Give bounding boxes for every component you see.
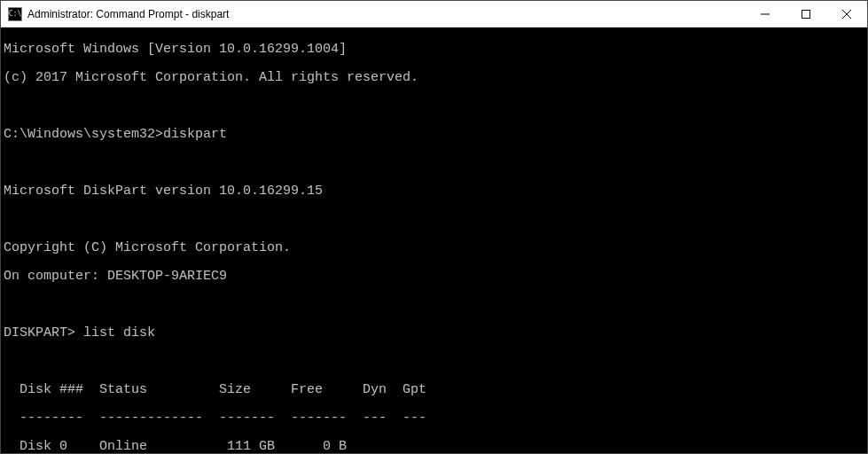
table-header: Disk ### Status Size Free Dyn Gpt xyxy=(4,383,864,397)
minimize-button[interactable] xyxy=(745,1,786,27)
command-text: diskpart xyxy=(163,127,227,142)
titlebar[interactable]: C:\ Administrator: Command Prompt - disk… xyxy=(1,1,867,27)
window-title: Administrator: Command Prompt - diskpart xyxy=(27,8,229,20)
diskpart-prompt: DISKPART> xyxy=(4,325,75,340)
svg-rect-1 xyxy=(802,10,810,18)
close-button[interactable] xyxy=(826,1,867,27)
app-icon: C:\ xyxy=(8,7,22,21)
blank-line xyxy=(4,298,864,312)
banner-line: Microsoft Windows [Version 10.0.16299.10… xyxy=(4,43,864,57)
blank-line xyxy=(4,156,864,170)
command-prompt-window: C:\ Administrator: Command Prompt - disk… xyxy=(0,0,868,454)
prompt-path: C:\Windows\system32> xyxy=(4,127,163,142)
maximize-icon xyxy=(802,10,810,19)
diskpart-copyright: Copyright (C) Microsoft Corporation. xyxy=(4,241,864,255)
blank-line xyxy=(4,355,864,369)
minimize-icon xyxy=(761,10,770,19)
prompt-line: C:\Windows\system32>diskpart xyxy=(4,128,864,142)
diskpart-version: Microsoft DiskPart version 10.0.16299.15 xyxy=(4,184,864,199)
diskpart-computer: On computer: DESKTOP-9ARIEC9 xyxy=(4,270,864,284)
blank-line xyxy=(4,213,864,227)
maximize-button[interactable] xyxy=(786,1,826,27)
close-icon xyxy=(842,10,851,19)
blank-line xyxy=(4,99,864,114)
banner-line: (c) 2017 Microsoft Corporation. All righ… xyxy=(4,71,864,85)
table-row: Disk 0 Online 111 GB 0 B xyxy=(4,440,864,453)
terminal-area[interactable]: Microsoft Windows [Version 10.0.16299.10… xyxy=(1,27,867,453)
command-text: list disk xyxy=(83,325,155,340)
table-divider: -------- ------------- ------- ------- -… xyxy=(4,411,864,426)
prompt-line: DISKPART> list disk xyxy=(4,326,864,340)
app-icon-glyph: C:\ xyxy=(9,11,21,18)
window-controls xyxy=(745,1,867,27)
